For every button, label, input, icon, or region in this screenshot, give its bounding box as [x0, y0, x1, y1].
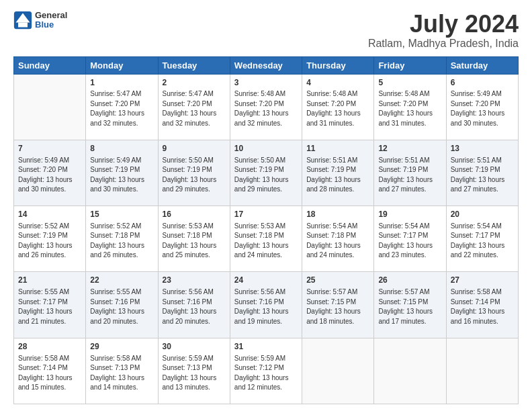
day-info: Sunrise: 5:54 AM Sunset: 7:17 PM Dayligh…: [378, 222, 441, 261]
calendar-week-row: 7Sunrise: 5:49 AM Sunset: 7:20 PM Daylig…: [14, 140, 519, 205]
day-info: Sunrise: 5:52 AM Sunset: 7:18 PM Dayligh…: [90, 222, 153, 261]
day-number: 31: [234, 341, 298, 353]
calendar-week-row: 14Sunrise: 5:52 AM Sunset: 7:19 PM Dayli…: [14, 206, 519, 272]
day-number: 1: [90, 77, 153, 89]
day-number: 20: [451, 209, 514, 220]
table-row: 24Sunrise: 5:56 AM Sunset: 7:16 PM Dayli…: [230, 272, 302, 338]
day-info: Sunrise: 5:55 AM Sunset: 7:17 PM Dayligh…: [18, 287, 81, 326]
col-monday: Monday: [86, 56, 158, 74]
table-row: 28Sunrise: 5:58 AM Sunset: 7:14 PM Dayli…: [14, 338, 86, 404]
table-row: 15Sunrise: 5:52 AM Sunset: 7:18 PM Dayli…: [86, 206, 158, 272]
day-info: Sunrise: 5:51 AM Sunset: 7:19 PM Dayligh…: [451, 156, 514, 195]
day-info: Sunrise: 5:54 AM Sunset: 7:18 PM Dayligh…: [306, 222, 369, 261]
main-title: July 2024: [368, 11, 519, 38]
table-row: 9Sunrise: 5:50 AM Sunset: 7:19 PM Daylig…: [158, 140, 230, 205]
table-row: 14Sunrise: 5:52 AM Sunset: 7:19 PM Dayli…: [14, 206, 86, 272]
day-number: 13: [451, 143, 514, 154]
col-wednesday: Wednesday: [230, 56, 302, 74]
day-info: Sunrise: 5:49 AM Sunset: 7:20 PM Dayligh…: [451, 89, 514, 128]
day-info: Sunrise: 5:59 AM Sunset: 7:13 PM Dayligh…: [163, 354, 226, 393]
day-number: 27: [451, 275, 514, 286]
table-row: 2Sunrise: 5:47 AM Sunset: 7:20 PM Daylig…: [158, 74, 230, 140]
calendar-week-row: 21Sunrise: 5:55 AM Sunset: 7:17 PM Dayli…: [14, 272, 519, 338]
col-tuesday: Tuesday: [158, 56, 230, 74]
logo: General Blue: [13, 11, 67, 30]
table-row: 21Sunrise: 5:55 AM Sunset: 7:17 PM Dayli…: [14, 272, 86, 338]
day-number: 26: [378, 275, 441, 286]
day-info: Sunrise: 5:48 AM Sunset: 7:20 PM Dayligh…: [234, 89, 298, 128]
day-number: 22: [90, 275, 153, 286]
day-number: 9: [163, 143, 226, 154]
table-row: 4Sunrise: 5:48 AM Sunset: 7:20 PM Daylig…: [302, 74, 374, 140]
col-friday: Friday: [374, 56, 446, 74]
day-number: 30: [163, 341, 226, 353]
table-row: 20Sunrise: 5:54 AM Sunset: 7:17 PM Dayli…: [446, 206, 518, 272]
table-row: 25Sunrise: 5:57 AM Sunset: 7:15 PM Dayli…: [302, 272, 374, 338]
day-number: 16: [163, 209, 226, 220]
table-row: 17Sunrise: 5:53 AM Sunset: 7:18 PM Dayli…: [230, 206, 302, 272]
day-number: 24: [234, 275, 298, 286]
day-info: Sunrise: 5:49 AM Sunset: 7:19 PM Dayligh…: [90, 156, 153, 195]
day-info: Sunrise: 5:57 AM Sunset: 7:15 PM Dayligh…: [306, 287, 369, 326]
day-number: 12: [378, 143, 441, 154]
calendar-table: Sunday Monday Tuesday Wednesday Thursday…: [13, 56, 519, 404]
day-number: 5: [378, 77, 441, 89]
day-number: 23: [163, 275, 226, 286]
day-number: 8: [90, 143, 153, 154]
calendar-body: 1Sunrise: 5:47 AM Sunset: 7:20 PM Daylig…: [14, 74, 519, 404]
day-info: Sunrise: 5:48 AM Sunset: 7:20 PM Dayligh…: [378, 89, 441, 128]
logo-blue: Blue: [35, 20, 67, 30]
day-info: Sunrise: 5:50 AM Sunset: 7:19 PM Dayligh…: [234, 156, 298, 195]
day-info: Sunrise: 5:52 AM Sunset: 7:19 PM Dayligh…: [18, 222, 81, 261]
calendar-week-row: 28Sunrise: 5:58 AM Sunset: 7:14 PM Dayli…: [14, 338, 519, 404]
header: General Blue July 2024 Ratlam, Madhya Pr…: [13, 11, 519, 50]
table-row: 8Sunrise: 5:49 AM Sunset: 7:19 PM Daylig…: [86, 140, 158, 205]
subtitle: Ratlam, Madhya Pradesh, India: [368, 38, 519, 50]
table-row: 19Sunrise: 5:54 AM Sunset: 7:17 PM Dayli…: [374, 206, 446, 272]
day-number: 29: [90, 341, 153, 353]
table-row: 6Sunrise: 5:49 AM Sunset: 7:20 PM Daylig…: [446, 74, 518, 140]
day-number: 4: [306, 77, 369, 89]
day-number: 15: [90, 209, 153, 220]
day-info: Sunrise: 5:47 AM Sunset: 7:20 PM Dayligh…: [90, 89, 153, 128]
table-row: 13Sunrise: 5:51 AM Sunset: 7:19 PM Dayli…: [446, 140, 518, 205]
table-row: 5Sunrise: 5:48 AM Sunset: 7:20 PM Daylig…: [374, 74, 446, 140]
day-number: 21: [18, 275, 81, 286]
table-row: 16Sunrise: 5:53 AM Sunset: 7:18 PM Dayli…: [158, 206, 230, 272]
day-number: 25: [306, 275, 369, 286]
day-info: Sunrise: 5:51 AM Sunset: 7:19 PM Dayligh…: [378, 156, 441, 195]
day-info: Sunrise: 5:50 AM Sunset: 7:19 PM Dayligh…: [163, 156, 226, 195]
table-row: [14, 74, 86, 140]
day-info: Sunrise: 5:56 AM Sunset: 7:16 PM Dayligh…: [163, 287, 226, 326]
day-info: Sunrise: 5:56 AM Sunset: 7:16 PM Dayligh…: [234, 287, 298, 326]
table-row: 22Sunrise: 5:55 AM Sunset: 7:16 PM Dayli…: [86, 272, 158, 338]
logo-general: General: [35, 11, 67, 20]
table-row: 29Sunrise: 5:58 AM Sunset: 7:13 PM Dayli…: [86, 338, 158, 404]
col-thursday: Thursday: [302, 56, 374, 74]
table-row: 27Sunrise: 5:58 AM Sunset: 7:14 PM Dayli…: [446, 272, 518, 338]
calendar-header-row: Sunday Monday Tuesday Wednesday Thursday…: [14, 56, 519, 74]
day-info: Sunrise: 5:55 AM Sunset: 7:16 PM Dayligh…: [90, 287, 153, 326]
table-row: 30Sunrise: 5:59 AM Sunset: 7:13 PM Dayli…: [158, 338, 230, 404]
table-row: 7Sunrise: 5:49 AM Sunset: 7:20 PM Daylig…: [14, 140, 86, 205]
day-number: 18: [306, 209, 369, 220]
table-row: 1Sunrise: 5:47 AM Sunset: 7:20 PM Daylig…: [86, 74, 158, 140]
day-number: 6: [451, 77, 514, 89]
day-number: 11: [306, 143, 369, 154]
day-number: 28: [18, 341, 81, 353]
day-info: Sunrise: 5:51 AM Sunset: 7:19 PM Dayligh…: [306, 156, 369, 195]
day-info: Sunrise: 5:58 AM Sunset: 7:14 PM Dayligh…: [451, 287, 514, 326]
day-info: Sunrise: 5:58 AM Sunset: 7:14 PM Dayligh…: [18, 354, 81, 393]
calendar-week-row: 1Sunrise: 5:47 AM Sunset: 7:20 PM Daylig…: [14, 74, 519, 140]
day-number: 2: [163, 77, 226, 89]
table-row: 12Sunrise: 5:51 AM Sunset: 7:19 PM Dayli…: [374, 140, 446, 205]
day-info: Sunrise: 5:57 AM Sunset: 7:15 PM Dayligh…: [378, 287, 441, 326]
table-row: 3Sunrise: 5:48 AM Sunset: 7:20 PM Daylig…: [230, 74, 302, 140]
col-saturday: Saturday: [446, 56, 518, 74]
svg-rect-2: [18, 23, 28, 28]
logo-text: General Blue: [35, 11, 67, 30]
table-row: 10Sunrise: 5:50 AM Sunset: 7:19 PM Dayli…: [230, 140, 302, 205]
table-row: 31Sunrise: 5:59 AM Sunset: 7:12 PM Dayli…: [230, 338, 302, 404]
day-number: 17: [234, 209, 298, 220]
table-row: 18Sunrise: 5:54 AM Sunset: 7:18 PM Dayli…: [302, 206, 374, 272]
